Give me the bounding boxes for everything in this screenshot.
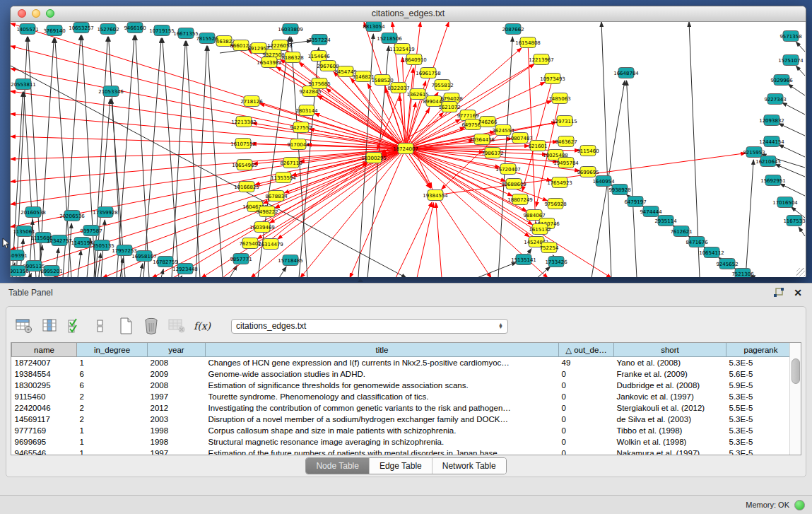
cell-out_de[interactable]: 0 xyxy=(559,402,614,414)
graph-node-yellow[interactable]: 8186328 xyxy=(281,52,303,63)
cell-short[interactable]: Dudbridge et al. (2008) xyxy=(614,380,726,391)
graph-node-teal[interactable]: 7612621 xyxy=(670,226,692,237)
graph-node-teal[interactable]: 16033809 xyxy=(278,24,303,35)
unselect-all-columns-button[interactable] xyxy=(91,317,110,335)
cell-name[interactable]: 22420046 xyxy=(12,402,77,414)
network-canvas[interactable]: 1872400718300295271812612213382161075521… xyxy=(11,22,806,277)
tab-network-table[interactable]: Network Table xyxy=(432,458,506,474)
graph-node-teal[interactable]: 9466160 xyxy=(124,23,146,33)
graph-node-yellow[interactable]: 752254 xyxy=(540,243,559,253)
graph-node-yellow[interactable]: 9427552 xyxy=(290,122,312,133)
cell-out_de[interactable]: 49 xyxy=(559,357,614,369)
graph-node-teal[interactable]: 15751074 xyxy=(778,55,804,66)
table-row[interactable]: 1872400712008Changes of HCN gene express… xyxy=(12,357,796,369)
citation-network-graph[interactable]: 1872400718300295271812612213382161075521… xyxy=(11,22,806,277)
cell-title[interactable]: Tourette syndrome. Phenomenology and cla… xyxy=(206,391,559,402)
cell-title[interactable]: Changes of HCN gene expression and I(f) … xyxy=(206,357,559,369)
cell-in_degree[interactable]: 2 xyxy=(77,402,148,414)
graph-node-teal[interactable]: 21053346 xyxy=(98,86,124,97)
graph-node-yellow[interactable]: 8678834 xyxy=(265,191,288,201)
cell-name[interactable]: 9115460 xyxy=(12,391,77,402)
graph-node-yellow[interactable]: 16107552 xyxy=(230,139,256,149)
cell-year[interactable]: 1997 xyxy=(148,391,206,402)
cell-out_de[interactable]: 0 xyxy=(559,368,614,380)
table-row[interactable]: 969969511998Structural magnetic resonanc… xyxy=(12,436,796,448)
cell-in_degree[interactable]: 1 xyxy=(77,448,148,455)
graph-node-teal[interactable]: 15218506 xyxy=(377,33,402,44)
graph-node-yellow[interactable]: 1621072 xyxy=(438,102,460,112)
graph-node-teal[interactable]: 15718485 xyxy=(278,255,303,266)
cell-pagerank[interactable]: 5.3E-5 xyxy=(726,436,796,448)
graph-node-teal[interactable]: 6479197 xyxy=(624,197,646,207)
graph-node-teal[interactable]: 20206536 xyxy=(59,211,85,221)
close-window-button[interactable] xyxy=(18,9,26,18)
cell-short[interactable]: Stergiakouli et al. (2012) xyxy=(614,402,726,414)
graph-node-yellow[interactable]: 9463627 xyxy=(555,136,577,147)
graph-node-teal[interactable]: 2087662 xyxy=(502,24,524,35)
table-row[interactable]: 1456911722003Disruption of a novel membe… xyxy=(12,414,796,425)
cell-title[interactable]: Genome-wide association studies in ADHD. xyxy=(206,368,559,380)
cell-title[interactable]: Estimation of significance thresholds fo… xyxy=(206,380,559,391)
cell-name[interactable]: 9699695 xyxy=(12,436,77,448)
graph-node-yellow[interactable]: 12213967 xyxy=(529,54,554,65)
cell-title[interactable]: Investigating the contribution of common… xyxy=(206,402,559,414)
resize-grip-icon[interactable] xyxy=(796,268,805,276)
column-header-pagerank[interactable]: pagerank xyxy=(726,343,796,357)
cell-title[interactable]: Structural magnetic resonance image aver… xyxy=(206,436,559,448)
column-header-year[interactable]: year xyxy=(148,343,206,357)
panel-splitter-handle[interactable] xyxy=(358,279,363,282)
graph-node-yellow[interactable]: 1154646 xyxy=(307,51,330,62)
graph-node-teal[interactable]: 1405571 xyxy=(16,24,38,35)
graph-node-teal[interactable]: 9245652 xyxy=(716,259,738,269)
cell-title[interactable]: Corpus callosum shape and size in male p… xyxy=(206,425,559,436)
graph-node-yellow[interactable]: 9170044 xyxy=(287,139,310,150)
network-window-titlebar[interactable]: citations_edges.txt xyxy=(11,6,806,22)
graph-node-yellow[interactable]: 746266 xyxy=(478,117,498,127)
select-all-columns-button[interactable] xyxy=(66,317,84,335)
table-row[interactable]: 2242004622012Investigating the contribut… xyxy=(12,402,796,414)
cell-in_degree[interactable]: 2 xyxy=(77,391,148,402)
column-header-out_de[interactable]: △ out_de… xyxy=(559,343,614,357)
cell-year[interactable]: 1998 xyxy=(148,425,206,436)
table-row[interactable]: 911546021997Tourette syndrome. Phenomeno… xyxy=(12,391,796,402)
graph-node-teal[interactable]: 7357224 xyxy=(308,35,331,45)
graph-node-teal[interactable]: 10654112 xyxy=(699,247,724,258)
graph-node-teal[interactable]: 3769140 xyxy=(43,25,65,36)
cell-year[interactable]: 2008 xyxy=(148,380,206,391)
function-builder-button[interactable]: f(x) xyxy=(193,317,211,335)
cell-out_de[interactable]: 0 xyxy=(559,391,614,402)
cell-out_de[interactable]: 0 xyxy=(559,448,614,455)
cell-year[interactable]: 2009 xyxy=(148,368,206,380)
graph-node-teal[interactable]: 12444154 xyxy=(759,136,784,147)
table-row[interactable]: 1830029562008Estimation of significance … xyxy=(12,380,796,391)
graph-node-teal[interactable]: 8995201 xyxy=(40,266,62,276)
zoom-window-button[interactable] xyxy=(46,9,54,18)
delete-columns-button[interactable] xyxy=(142,317,160,335)
graph-node-yellow[interactable]: 17654923 xyxy=(547,177,572,188)
graph-node-teal[interactable]: 9329966 xyxy=(770,75,793,86)
graph-node-teal[interactable]: 1640954 xyxy=(592,176,615,187)
cell-pagerank[interactable]: 5.3E-5 xyxy=(726,391,796,402)
graph-node-teal[interactable]: 9857771 xyxy=(230,254,252,264)
cell-pagerank[interactable]: 5.3E-5 xyxy=(726,357,796,369)
graph-node-teal[interactable]: 8471676 xyxy=(686,237,708,247)
cell-in_degree[interactable]: 6 xyxy=(77,380,148,391)
graph-node-teal[interactable]: 1509391 xyxy=(11,250,28,261)
graph-node-teal[interactable]: 1733426 xyxy=(545,257,567,267)
graph-node-teal[interactable]: 20553811 xyxy=(11,79,36,90)
graph-node-yellow[interactable]: 9699695 xyxy=(577,167,599,177)
cell-year[interactable]: 2003 xyxy=(148,414,206,425)
graph-node-teal[interactable]: 9397587 xyxy=(80,226,102,236)
graph-node-teal[interactable]: 7521306 xyxy=(731,269,754,278)
graph-node-yellow[interactable]: 9175685 xyxy=(308,78,330,89)
vertical-scrollbar[interactable] xyxy=(789,343,801,455)
graph-node-teal[interactable]: 12923448 xyxy=(172,264,198,274)
graph-node-yellow[interactable]: 11325419 xyxy=(389,44,415,54)
cell-in_degree[interactable]: 1 xyxy=(77,425,148,436)
graph-node-yellow[interactable]: 9115460 xyxy=(577,146,599,156)
column-visibility-button[interactable] xyxy=(40,317,59,335)
cell-short[interactable]: Yano et al. (2008) xyxy=(614,357,726,369)
graph-node-yellow[interactable]: 9498222 xyxy=(256,206,278,217)
cell-year[interactable]: 1998 xyxy=(148,436,206,448)
graph-node-teal[interactable]: 2935114 xyxy=(654,216,677,226)
